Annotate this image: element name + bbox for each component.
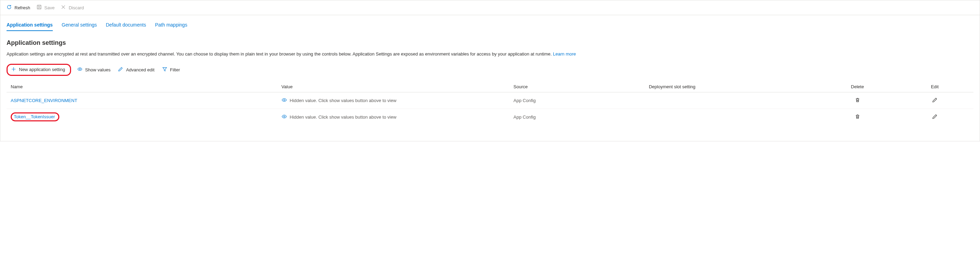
section-title: Application settings (6, 39, 974, 46)
show-values-button[interactable]: Show values (76, 65, 112, 74)
source-text: App Config (514, 98, 536, 103)
advanced-edit-button[interactable]: Advanced edit (116, 65, 156, 74)
save-label: Save (45, 5, 55, 10)
refresh-icon (6, 5, 12, 11)
plus-icon (11, 67, 16, 73)
setting-name-link[interactable]: ASPNETCORE_ENVIRONMENT (11, 98, 77, 103)
save-button: Save (37, 4, 55, 11)
filter-label: Filter (170, 67, 180, 72)
pencil-icon (932, 99, 937, 104)
tab-general-settings[interactable]: General settings (62, 20, 97, 31)
eye-icon (282, 114, 287, 120)
save-icon (37, 5, 42, 11)
new-setting-label: New application setting (19, 67, 65, 72)
discard-button: Discard (61, 4, 84, 11)
table-header-row: Name Value Source Deployment slot settin… (6, 81, 974, 92)
trash-icon (855, 99, 860, 104)
highlight-new-setting: New application setting (6, 64, 71, 76)
highlight-setting-name: Token__TokenIssuer (11, 112, 59, 121)
hidden-value-cell[interactable]: Hidden value. Click show values button a… (282, 114, 396, 120)
svg-point-2 (283, 99, 285, 101)
tab-row: Application settings General settings De… (0, 20, 980, 31)
settings-action-row: New application setting Show values Adva… (6, 64, 974, 76)
trash-icon (855, 115, 860, 120)
slot-cell (645, 108, 819, 125)
filter-icon (162, 67, 167, 73)
col-header-source[interactable]: Source (509, 81, 645, 92)
section-desc-text: Application settings are encrypted at re… (6, 51, 553, 57)
col-header-delete: Delete (819, 81, 896, 92)
section-description: Application settings are encrypted at re… (6, 51, 974, 57)
table-row: ASPNETCORE_ENVIRONMENT Hidden value. Cli… (6, 92, 974, 108)
col-header-value[interactable]: Value (277, 81, 509, 92)
svg-rect-0 (37, 5, 41, 9)
table-row: Token__TokenIssuer Hidden value. Click s… (6, 108, 974, 125)
svg-point-1 (79, 68, 80, 70)
filter-button[interactable]: Filter (161, 65, 181, 74)
hidden-value-cell[interactable]: Hidden value. Click show values button a… (282, 97, 396, 104)
pencil-icon (932, 115, 937, 120)
refresh-label: Refresh (14, 5, 30, 10)
close-icon (61, 5, 66, 11)
hidden-value-text: Hidden value. Click show values button a… (290, 98, 396, 103)
command-bar: Refresh Save Discard (0, 0, 980, 15)
settings-table: Name Value Source Deployment slot settin… (6, 81, 974, 125)
tab-path-mappings[interactable]: Path mappings (155, 20, 187, 31)
source-text: App Config (514, 115, 536, 119)
pencil-icon (118, 67, 123, 73)
edit-button[interactable] (931, 96, 939, 105)
delete-button[interactable] (853, 112, 862, 122)
new-application-setting-button[interactable]: New application setting (10, 65, 67, 74)
slot-cell (645, 92, 819, 108)
edit-button[interactable] (931, 112, 939, 122)
setting-name-link[interactable]: Token__TokenIssuer (14, 114, 55, 119)
discard-label: Discard (68, 5, 84, 10)
eye-icon (282, 97, 287, 104)
learn-more-link[interactable]: Learn more (553, 51, 576, 57)
col-header-edit: Edit (896, 81, 974, 92)
tab-application-settings[interactable]: Application settings (6, 20, 53, 31)
delete-button[interactable] (853, 96, 862, 105)
hidden-value-text: Hidden value. Click show values button a… (290, 115, 396, 119)
show-values-label: Show values (85, 67, 111, 72)
eye-icon (77, 67, 83, 73)
tab-default-documents[interactable]: Default documents (106, 20, 146, 31)
col-header-name[interactable]: Name (6, 81, 277, 92)
advanced-edit-label: Advanced edit (126, 67, 154, 72)
col-header-slot[interactable]: Deployment slot setting (645, 81, 819, 92)
refresh-button[interactable]: Refresh (6, 4, 30, 11)
svg-point-3 (283, 116, 285, 117)
